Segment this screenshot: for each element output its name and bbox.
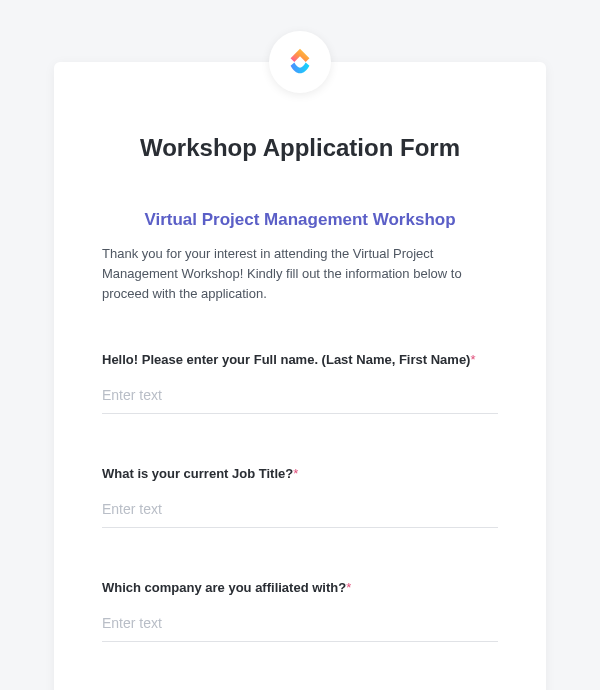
- field-jobtitle: What is your current Job Title?*: [102, 466, 498, 528]
- clickup-logo-icon: [283, 45, 317, 79]
- required-marker: *: [470, 352, 475, 367]
- fullname-input[interactable]: [102, 381, 498, 414]
- fullname-label-text: Hello! Please enter your Full name. (Las…: [102, 352, 470, 367]
- company-label-text: Which company are you affiliated with?: [102, 580, 346, 595]
- form-subtitle: Virtual Project Management Workshop: [102, 210, 498, 230]
- company-label: Which company are you affiliated with?*: [102, 580, 498, 595]
- form-card: Workshop Application Form Virtual Projec…: [54, 62, 546, 690]
- intro-text: Thank you for your interest in attending…: [102, 244, 498, 304]
- fullname-label: Hello! Please enter your Full name. (Las…: [102, 352, 498, 367]
- required-marker: *: [346, 580, 351, 595]
- required-marker: *: [293, 466, 298, 481]
- jobtitle-label-text: What is your current Job Title?: [102, 466, 293, 481]
- field-company: Which company are you affiliated with?*: [102, 580, 498, 642]
- logo-badge: [269, 31, 331, 93]
- field-fullname: Hello! Please enter your Full name. (Las…: [102, 352, 498, 414]
- company-input[interactable]: [102, 609, 498, 642]
- page-title: Workshop Application Form: [102, 134, 498, 162]
- jobtitle-label: What is your current Job Title?*: [102, 466, 498, 481]
- jobtitle-input[interactable]: [102, 495, 498, 528]
